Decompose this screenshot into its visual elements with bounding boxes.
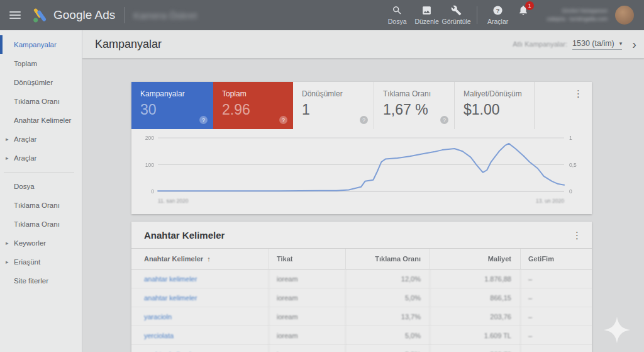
stat-label: Dönüşümler xyxy=(302,89,374,98)
nav-label: Dosya xyxy=(388,18,407,25)
sidebar-item-dosya[interactable]: Dosya xyxy=(0,177,82,196)
google-ads-logo-icon xyxy=(31,7,48,23)
roi-cell: – xyxy=(520,326,592,344)
topbar-divider xyxy=(124,7,125,23)
stat-label: Toplam xyxy=(222,89,293,98)
page-title: Kampanyalar xyxy=(95,38,162,51)
sidebar-item-donusumler[interactable]: Dönüşümler xyxy=(0,73,82,92)
google-ads-logo[interactable]: Google Ads xyxy=(31,7,115,23)
sidebar-item-tiklama-orani-2[interactable]: Tıklama Oranı xyxy=(0,196,82,215)
clicks-cell: ioream xyxy=(269,345,345,352)
topbar-divider xyxy=(477,6,477,24)
sidebar-nav: Kampanyalar Toplam Dönüşümler Tıklama Or… xyxy=(0,30,82,352)
user-email: zalaşria - turstingatla.com xyxy=(547,15,608,23)
stat-tile-donusumler[interactable]: Dönüşümler 1 ? xyxy=(293,82,374,129)
clicks-cell: ioream xyxy=(269,270,345,288)
campaign-filter-dropdown[interactable]: 1530 (ta/im) ▾ xyxy=(572,39,622,50)
cost-cell: 200,76 xyxy=(430,345,520,352)
help-icon[interactable]: ? xyxy=(360,116,368,124)
sidebar-item-label: Keyworler xyxy=(14,239,46,247)
expand-arrow-icon: ▸ xyxy=(6,240,9,246)
svg-text:?: ? xyxy=(496,8,500,14)
sidebar-item-tiklama-orani-3[interactable]: Tıklama Oranı xyxy=(0,215,82,234)
keyword-link[interactable]: yerciolata xyxy=(144,332,174,339)
sidebar-item-toplam[interactable]: Toplam xyxy=(0,54,82,73)
sidebar-divider xyxy=(4,172,74,173)
sidebar-item-label: Eriaşünt xyxy=(14,258,40,266)
cost-cell: 203,76 xyxy=(430,307,520,326)
chevron-down-icon: ▾ xyxy=(619,40,623,47)
stat-tile-tiklama-orani[interactable]: Tıklama Oranı 1,67 % ? xyxy=(374,82,454,129)
line-chart-svg: 200 100 0 1 0,5 0 11. san 2020 13. un 20… xyxy=(131,129,592,214)
nav-dosya[interactable]: Dosya xyxy=(382,5,412,25)
sidebar-item-keyworler[interactable]: ▸Keyworler xyxy=(0,234,82,253)
sidebar-item-tiklama-orani[interactable]: Tıklama Oranı xyxy=(0,92,82,111)
help-icon[interactable]: ? xyxy=(279,116,287,124)
sidebar-item-araclar-2[interactable]: ▸Araçlar xyxy=(0,149,82,167)
sidebar-item-kampanyalar[interactable]: Kampanyalar xyxy=(0,35,82,54)
nav-label: Görüntüle xyxy=(442,18,471,25)
sidebar-item-eriasunt[interactable]: ▸Eriaşünt xyxy=(0,253,82,271)
campaign-filter-value: 1530 (ta/im) xyxy=(572,39,614,48)
overview-card: Kampanyalar 30 ? Toplam 2.96 ? Dönüşümle… xyxy=(131,82,592,214)
top-app-bar: Google Ads Kamera Öskret Dosya Düzenle G… xyxy=(0,0,644,30)
nav-label: Araçlar xyxy=(487,18,508,25)
ctr-cell: 5,0% xyxy=(345,288,430,307)
sidebar-item-label: Tıklama Oranı xyxy=(14,202,60,209)
roi-cell: – xyxy=(520,307,592,326)
x-axis-end-label: 13. un 2020 xyxy=(536,198,564,204)
stat-value: $1.00 xyxy=(464,101,534,118)
y2-axis-tick: 0,5 xyxy=(569,162,577,168)
column-header-getifim[interactable]: GetiFim xyxy=(520,249,592,269)
sidebar-item-label: Anahtar Kelimeler xyxy=(14,116,71,124)
help-icon[interactable]: ? xyxy=(440,116,448,124)
sidebar-item-site-fiterler[interactable]: Site fiterler xyxy=(0,271,82,290)
nav-araclar[interactable]: ? Araçlar xyxy=(483,5,513,25)
sidebar-item-label: Kampanyalar xyxy=(14,41,57,48)
cost-cell: 1.609 TL xyxy=(430,326,520,344)
tiles-spacer: ⋮ xyxy=(534,82,592,129)
sort-ascending-icon: ↑ xyxy=(207,255,211,263)
keyword-link[interactable]: anahtar kelimeler xyxy=(144,294,197,302)
help-icon[interactable]: ? xyxy=(199,116,208,124)
column-label: Anahtar Kelimeler xyxy=(144,255,203,263)
keyword-link[interactable]: anahtar kelimeler xyxy=(144,275,197,283)
sidebar-item-label: Araçlar xyxy=(14,135,36,143)
sidebar-item-label: Site fiterler xyxy=(14,277,48,285)
column-header-tikat[interactable]: Tikat xyxy=(269,249,345,269)
stat-tile-kampanyalar[interactable]: Kampanyalar 30 ? xyxy=(131,82,213,129)
stat-tile-maliyet-donusum[interactable]: Maliyet/Dönüşüm $1.00 xyxy=(454,82,534,129)
kebab-menu-icon[interactable]: ⋮ xyxy=(572,230,582,241)
stat-label: Tıklama Oranı xyxy=(383,89,454,98)
clicks-cell: ioream xyxy=(269,288,345,307)
avatar[interactable] xyxy=(615,6,634,25)
column-header-anahtar-kelimeler[interactable]: Anahtar Kelimeler ↑ xyxy=(131,249,269,269)
stat-tiles: Kampanyalar 30 ? Toplam 2.96 ? Dönüşümle… xyxy=(131,82,592,129)
y2-axis-tick: 1 xyxy=(569,135,572,141)
sidebar-item-araclar-1[interactable]: ▸Araçlar xyxy=(0,130,82,149)
sidebar-item-label: Araçlar xyxy=(14,154,36,162)
product-name: Google Ads xyxy=(53,8,115,22)
hamburger-menu-icon[interactable] xyxy=(9,11,21,19)
ctr-cell: 13,7% xyxy=(345,307,430,326)
nav-duzenle[interactable]: Düzenle xyxy=(412,5,441,25)
ctr-cell: 5,0% xyxy=(345,345,430,352)
sidebar-item-anahtar-kelimeler[interactable]: Anahtar Kelimeler xyxy=(0,111,82,130)
stat-tile-toplam[interactable]: Toplam 2.96 ? xyxy=(213,82,293,129)
table-header-row: Anahtar Kelimeler ↑ Tikat Tıklama Oranı … xyxy=(131,248,592,270)
user-info: Gireleri Netaşansın zalaşria - turstinga… xyxy=(547,7,608,23)
nav-goruntule[interactable]: Görüntüle xyxy=(441,5,471,25)
clicks-cell: ioream xyxy=(269,326,345,344)
roi-cell: – xyxy=(520,288,592,307)
notifications-button[interactable]: 1 xyxy=(518,4,529,18)
clicks-cell: ioream xyxy=(269,307,345,326)
kebab-menu-icon[interactable]: ⋮ xyxy=(574,88,583,99)
table-row: anahtar kelimeler ioream 5,0% 200,76 – xyxy=(131,345,592,352)
chevron-right-icon[interactable]: › xyxy=(632,38,636,50)
column-header-maliyet[interactable]: Maliyet xyxy=(430,249,520,269)
notification-badge: 1 xyxy=(525,1,534,10)
sparkle-icon xyxy=(604,317,630,343)
y-axis-tick: 200 xyxy=(145,135,154,141)
keyword-link[interactable]: yaracioln xyxy=(144,313,172,321)
column-header-tiklama-orani[interactable]: Tıklama Oranı xyxy=(345,249,430,269)
